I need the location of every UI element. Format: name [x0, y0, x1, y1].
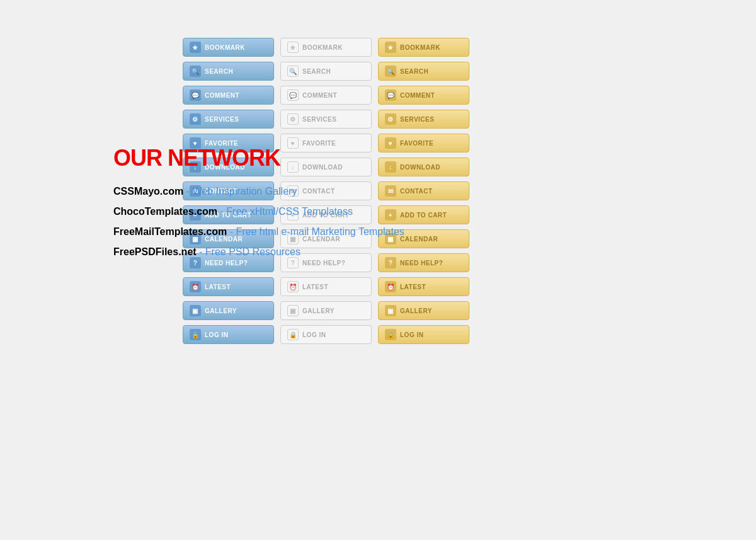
network-title: OUR NETWORK	[113, 145, 404, 171]
search-icon-ghost: 🔍	[287, 66, 299, 77]
search-icon-yellow: 🔍	[385, 66, 396, 77]
comment-icon-ghost: 💬	[287, 89, 299, 101]
network-link-2: ChocoTemplates.com - Free xHtml/CSS Temp…	[113, 202, 404, 222]
link-desc-1: Web Inspiration Gallery	[192, 186, 297, 197]
page-container: ★ BOOKMARK 🔍 SEARCH 💬 COMMENT ⚙ SERVICES…	[0, 0, 756, 540]
bookmark-btn-blue[interactable]: ★ BOOKMARK	[183, 38, 274, 57]
link-name-4: FreePSDFiles.net	[113, 246, 197, 257]
comment-icon-yellow: 💬	[385, 89, 396, 101]
latest-icon-ghost: ⏰	[287, 281, 299, 292]
login-btn-ghost[interactable]: 🔒 LOG IN	[280, 325, 372, 344]
search-btn-blue[interactable]: 🔍 SEARCH	[183, 62, 274, 81]
services-icon-ghost: ⚙	[287, 113, 299, 125]
latest-icon-blue: ⏰	[190, 281, 201, 292]
bookmark-btn-yellow[interactable]: ★ BOOKMARK	[378, 38, 469, 57]
search-btn-yellow[interactable]: 🔍 SEARCH	[378, 62, 469, 81]
comment-btn-ghost[interactable]: 💬 COMMENT	[280, 86, 372, 105]
network-link-4: FreePSDFiles.net - Free PSD Resources	[113, 242, 404, 262]
comment-btn-blue[interactable]: 💬 COMMENT	[183, 86, 274, 105]
search-icon-blue: 🔍	[190, 66, 201, 77]
bookmark-btn-ghost[interactable]: ★ BOOKMARK	[280, 38, 372, 57]
services-btn-blue[interactable]: ⚙ SERVICES	[183, 110, 274, 129]
services-icon-blue: ⚙	[190, 113, 201, 125]
comment-icon-blue: 💬	[190, 89, 201, 101]
gallery-icon-blue: ▣	[190, 305, 201, 316]
link-sep-4: -	[199, 246, 205, 257]
network-links: CSSMayo.com - Web Inspiration Gallery Ch…	[113, 181, 404, 262]
link-desc-2: Free xHtml/CSS Templatess	[226, 206, 353, 217]
latest-btn-yellow[interactable]: ⏰ LATEST	[378, 277, 469, 296]
login-btn-blue[interactable]: 🔒 LOG IN	[183, 325, 274, 344]
login-btn-yellow[interactable]: 🔒 LOG IN	[378, 325, 469, 344]
gallery-icon-yellow: ▣	[385, 305, 396, 316]
network-link-1: CSSMayo.com - Web Inspiration Gallery	[113, 181, 404, 202]
latest-icon-yellow: ⏰	[385, 281, 396, 292]
link-desc-3: Free html e-mail Marketing Templates	[236, 226, 404, 237]
link-sep-1: -	[186, 186, 193, 197]
bookmark-icon-ghost: ★	[287, 42, 299, 53]
link-name-1: CSSMayo.com	[113, 186, 183, 197]
latest-btn-ghost[interactable]: ⏰ LATEST	[280, 277, 372, 296]
link-sep-3: -	[230, 226, 236, 237]
link-name-3: FreeMailTemplates.com	[113, 226, 227, 237]
link-sep-2: -	[220, 206, 227, 217]
link-name-2: ChocoTemplates.com	[113, 206, 217, 217]
services-btn-yellow[interactable]: ⚙ SERVICES	[378, 110, 469, 129]
search-btn-ghost[interactable]: 🔍 SEARCH	[280, 62, 372, 81]
gallery-icon-ghost: ▣	[287, 305, 299, 316]
services-icon-yellow: ⚙	[385, 113, 396, 125]
gallery-btn-blue[interactable]: ▣ GALLERY	[183, 301, 274, 320]
network-link-3: FreeMailTemplates.com - Free html e-mail…	[113, 222, 404, 242]
gallery-btn-ghost[interactable]: ▣ GALLERY	[280, 301, 372, 320]
network-overlay: OUR NETWORK CSSMayo.com - Web Inspiratio…	[113, 145, 404, 262]
login-icon-yellow: 🔒	[385, 329, 396, 340]
login-icon-ghost: 🔒	[287, 329, 299, 340]
services-btn-ghost[interactable]: ⚙ SERVICES	[280, 110, 372, 129]
bookmark-icon-blue: ★	[190, 42, 201, 53]
gallery-btn-yellow[interactable]: ▣ GALLERY	[378, 301, 469, 320]
bookmark-icon-yellow: ★	[385, 42, 396, 53]
login-icon-blue: 🔒	[190, 329, 201, 340]
link-desc-4: Free PSD Resources	[205, 246, 301, 257]
latest-btn-blue[interactable]: ⏰ LATEST	[183, 277, 274, 296]
comment-btn-yellow[interactable]: 💬 COMMENT	[378, 86, 469, 105]
